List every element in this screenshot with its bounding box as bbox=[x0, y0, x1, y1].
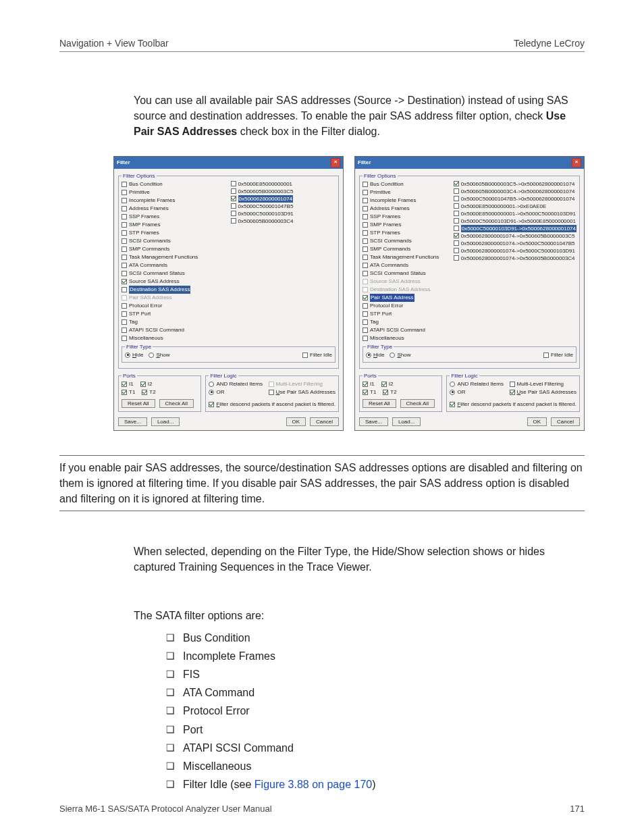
checkbox-icon[interactable] bbox=[122, 206, 127, 211]
filter-dialog-right: Filter×Filter OptionsBus ConditionPrimit… bbox=[354, 156, 585, 431]
radio-row[interactable]: OR bbox=[450, 388, 503, 396]
checkbox-icon[interactable] bbox=[363, 382, 368, 387]
ok-button[interactable]: OK bbox=[527, 417, 547, 426]
checkbox-icon[interactable] bbox=[122, 230, 127, 236]
checkbox-icon[interactable] bbox=[122, 190, 127, 195]
checkbox-icon[interactable] bbox=[454, 218, 459, 224]
checkbox-icon[interactable] bbox=[122, 328, 127, 333]
checkbox-icon[interactable] bbox=[363, 182, 368, 187]
reset-all-button[interactable]: Reset All bbox=[363, 399, 396, 408]
checkbox-icon[interactable] bbox=[122, 279, 127, 284]
checkbox-icon[interactable] bbox=[454, 203, 459, 209]
checkbox-icon[interactable] bbox=[363, 255, 368, 260]
checkbox-icon[interactable] bbox=[302, 353, 308, 358]
cancel-button[interactable]: Cancel bbox=[551, 417, 580, 426]
checkbox-icon[interactable] bbox=[363, 319, 368, 325]
checkbox-icon[interactable] bbox=[363, 238, 368, 244]
check-all-button[interactable]: Check All bbox=[400, 399, 435, 408]
checkbox-icon[interactable] bbox=[122, 382, 127, 387]
bullet-icon: ❑ bbox=[166, 683, 175, 702]
checkbox-icon[interactable] bbox=[510, 382, 515, 387]
radio-row[interactable]: AND Related Items bbox=[450, 380, 503, 388]
checkbox-icon[interactable] bbox=[450, 402, 455, 407]
checkbox-icon[interactable] bbox=[454, 181, 459, 186]
checkbox-icon[interactable] bbox=[269, 390, 274, 395]
checkbox-icon[interactable] bbox=[122, 271, 127, 276]
checkbox-icon[interactable] bbox=[231, 196, 236, 201]
checkbox-icon[interactable] bbox=[142, 390, 147, 395]
checkbox-icon[interactable] bbox=[363, 230, 368, 236]
checkbox-icon[interactable] bbox=[363, 246, 368, 252]
checkbox-icon[interactable] bbox=[140, 382, 146, 387]
checkbox-icon[interactable] bbox=[363, 311, 368, 317]
checkbox-icon[interactable] bbox=[363, 328, 368, 333]
checkbox-icon[interactable] bbox=[209, 402, 214, 407]
checkbox-icon[interactable] bbox=[363, 271, 368, 276]
checkbox-icon[interactable] bbox=[363, 295, 368, 301]
checkbox-icon[interactable] bbox=[122, 246, 127, 252]
radio-row[interactable]: Show bbox=[149, 351, 169, 359]
checkbox-icon[interactable] bbox=[363, 263, 368, 268]
checkbox-icon[interactable] bbox=[122, 303, 127, 309]
save-button[interactable]: Save... bbox=[118, 417, 147, 426]
radio-row[interactable]: OR bbox=[209, 388, 262, 396]
checkbox-icon[interactable] bbox=[383, 390, 388, 395]
checkbox-icon[interactable] bbox=[363, 390, 368, 395]
checkbox-icon[interactable] bbox=[454, 248, 459, 253]
checkbox-label: SSP Frames bbox=[370, 213, 400, 221]
checkbox-icon[interactable] bbox=[363, 206, 368, 211]
radio-row[interactable]: AND Related Items bbox=[209, 380, 262, 388]
radio-row[interactable]: Hide bbox=[366, 351, 384, 359]
checkbox-label: Destination SAS Address bbox=[129, 286, 190, 294]
cancel-button[interactable]: Cancel bbox=[310, 417, 339, 426]
checkbox-icon[interactable] bbox=[454, 233, 459, 238]
checkbox-icon[interactable] bbox=[543, 353, 549, 358]
check-all-button[interactable]: Check All bbox=[159, 399, 194, 408]
checkbox-icon[interactable] bbox=[122, 287, 127, 292]
checkbox-icon[interactable] bbox=[363, 336, 368, 341]
checkbox-label: Address Frames bbox=[129, 205, 169, 213]
checkbox-row: Filter descend packets if ascend packet … bbox=[450, 400, 576, 409]
checkbox-icon[interactable] bbox=[122, 214, 127, 219]
checkbox-icon[interactable] bbox=[231, 218, 236, 224]
checkbox-icon[interactable] bbox=[231, 203, 236, 209]
close-icon[interactable]: × bbox=[331, 158, 340, 167]
checkbox-icon[interactable] bbox=[454, 240, 459, 246]
checkbox-icon[interactable] bbox=[363, 198, 368, 203]
checkbox-icon[interactable] bbox=[510, 390, 515, 395]
checkbox-icon[interactable] bbox=[454, 188, 459, 194]
checkbox-icon[interactable] bbox=[454, 226, 459, 231]
checkbox-icon[interactable] bbox=[122, 182, 127, 187]
checkbox-icon[interactable] bbox=[122, 390, 127, 395]
checkbox-icon[interactable] bbox=[454, 255, 459, 261]
checkbox-icon[interactable] bbox=[231, 211, 236, 216]
checkbox-icon[interactable] bbox=[363, 303, 368, 309]
checkbox-icon[interactable] bbox=[122, 336, 127, 341]
checkbox-icon[interactable] bbox=[231, 188, 236, 194]
ok-button[interactable]: OK bbox=[286, 417, 306, 426]
checkbox-icon[interactable] bbox=[363, 222, 368, 228]
checkbox-icon[interactable] bbox=[454, 196, 459, 201]
save-button[interactable]: Save... bbox=[359, 417, 388, 426]
checkbox-icon[interactable] bbox=[122, 222, 127, 228]
checkbox-icon[interactable] bbox=[122, 311, 127, 317]
radio-row[interactable]: Hide bbox=[125, 351, 143, 359]
checkbox-icon[interactable] bbox=[122, 255, 127, 260]
load-button[interactable]: Load... bbox=[151, 417, 180, 426]
checkbox-icon[interactable] bbox=[122, 263, 127, 268]
checkbox-icon[interactable] bbox=[363, 190, 368, 195]
checkbox-icon[interactable] bbox=[381, 382, 387, 387]
checkbox-icon[interactable] bbox=[122, 238, 127, 244]
checkbox-icon[interactable] bbox=[454, 211, 459, 216]
checkbox-icon[interactable] bbox=[231, 181, 236, 186]
intro-part1: You can use all available pair SAS addre… bbox=[134, 95, 568, 122]
checkbox-icon[interactable] bbox=[122, 198, 127, 203]
radio-row[interactable]: Show bbox=[390, 351, 410, 359]
checkbox-icon[interactable] bbox=[363, 214, 368, 219]
close-icon[interactable]: × bbox=[572, 158, 581, 167]
load-button[interactable]: Load... bbox=[392, 417, 421, 426]
reset-all-button[interactable]: Reset All bbox=[122, 399, 155, 408]
checkbox-row: I1 bbox=[122, 380, 134, 388]
xref-link[interactable]: Figure 3.88 on page 170 bbox=[254, 779, 372, 790]
checkbox-icon[interactable] bbox=[122, 319, 127, 325]
